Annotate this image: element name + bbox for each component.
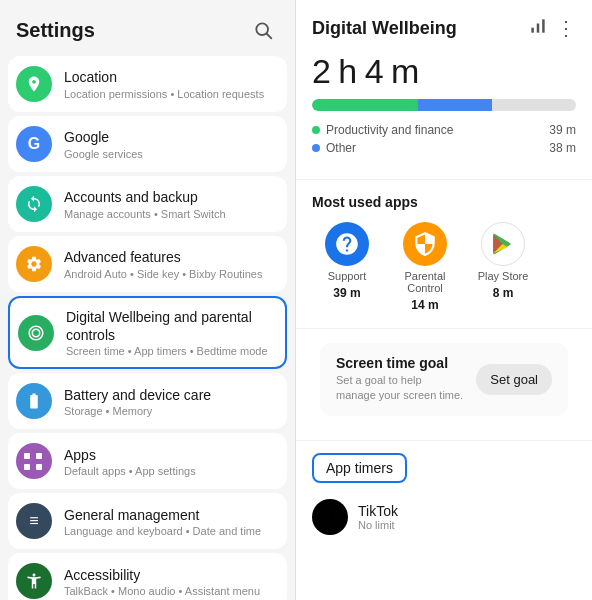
parental-app-icon — [403, 222, 447, 266]
apps-text: Apps Default apps • App settings — [64, 446, 279, 477]
accessibility-icon — [16, 563, 52, 599]
location-icon — [16, 66, 52, 102]
apps-subtitle: Default apps • App settings — [64, 465, 279, 477]
settings-item-battery[interactable]: Battery and device care Storage • Memory — [8, 373, 287, 429]
bar-chart-icon[interactable] — [528, 16, 548, 40]
general-icon: ≡ — [16, 503, 52, 539]
header-actions: ⋮ — [528, 16, 576, 40]
other-label: Other — [326, 141, 356, 155]
svg-rect-4 — [542, 19, 545, 32]
general-subtitle: Language and keyboard • Date and time — [64, 525, 279, 537]
screen-goal-section: Screen time goal Set a goal to help mana… — [320, 343, 568, 416]
playstore-app-icon — [481, 222, 525, 266]
productivity-label: Productivity and finance — [326, 123, 453, 137]
location-title: Location — [64, 68, 279, 86]
accounts-subtitle: Manage accounts • Smart Switch — [64, 208, 279, 220]
set-goal-button[interactable]: Set goal — [476, 364, 552, 395]
settings-item-apps[interactable]: Apps Default apps • App settings — [8, 433, 287, 489]
tiktok-limit: No limit — [358, 519, 398, 531]
support-app-time: 39 m — [333, 286, 360, 300]
digital-wellbeing-title: Digital Wellbeing and parental controls — [66, 308, 277, 344]
support-app-name: Support — [328, 270, 367, 282]
other-dot — [312, 144, 320, 152]
settings-item-google[interactable]: G Google Google services — [8, 116, 287, 172]
playstore-app-name: Play Store — [478, 270, 529, 282]
screen-time-display: 2 h 4 m Productivity and finance 39 m Ot… — [296, 48, 592, 175]
accessibility-text: Accessibility TalkBack • Mono audio • As… — [64, 566, 279, 597]
accessibility-subtitle: TalkBack • Mono audio • Assistant menu — [64, 585, 279, 597]
divider-2 — [296, 328, 592, 329]
right-panel-title: Digital Wellbeing — [312, 18, 457, 39]
location-subtitle: Location permissions • Location requests — [64, 88, 279, 100]
goal-subtitle: Set a goal to help manage your screen ti… — [336, 373, 464, 404]
settings-item-general[interactable]: ≡ General management Language and keyboa… — [8, 493, 287, 549]
screen-time-value: 2 h 4 m — [312, 52, 576, 91]
progress-blue — [418, 99, 492, 111]
legend-item-productivity: Productivity and finance 39 m — [312, 123, 576, 137]
app-item-support[interactable]: Support 39 m — [312, 222, 382, 312]
app-timers-section: App timers ♪ TikTok No limit — [296, 445, 592, 549]
accessibility-title: Accessibility — [64, 566, 279, 584]
digital-wellbeing-subtitle: Screen time • App timers • Bedtime mode — [66, 345, 277, 357]
legend-productivity-left: Productivity and finance — [312, 123, 453, 137]
accounts-text: Accounts and backup Manage accounts • Sm… — [64, 188, 279, 219]
divider-1 — [296, 179, 592, 180]
google-icon: G — [16, 126, 52, 162]
search-button[interactable] — [247, 14, 279, 46]
settings-item-advanced[interactable]: Advanced features Android Auto • Side ke… — [8, 236, 287, 292]
advanced-icon — [16, 246, 52, 282]
svg-line-1 — [267, 34, 272, 39]
general-title: General management — [64, 506, 279, 524]
parental-app-name: Parental Control — [390, 270, 460, 294]
location-text: Location Location permissions • Location… — [64, 68, 279, 99]
advanced-text: Advanced features Android Auto • Side ke… — [64, 248, 279, 279]
google-title: Google — [64, 128, 279, 146]
apps-title: Apps — [64, 446, 279, 464]
productivity-value: 39 m — [549, 123, 576, 137]
app-timers-badge[interactable]: App timers — [312, 453, 407, 483]
general-text: General management Language and keyboard… — [64, 506, 279, 537]
tiktok-name: TikTok — [358, 503, 398, 519]
digital-wellbeing-text: Digital Wellbeing and parental controls … — [66, 308, 277, 357]
playstore-app-time: 8 m — [493, 286, 514, 300]
settings-item-location[interactable]: Location Location permissions • Location… — [8, 56, 287, 112]
tiktok-info: TikTok No limit — [358, 503, 398, 531]
battery-title: Battery and device care — [64, 386, 279, 404]
legend: Productivity and finance 39 m Other 38 m — [312, 123, 576, 163]
advanced-subtitle: Android Auto • Side key • Bixby Routines — [64, 268, 279, 280]
google-text: Google Google services — [64, 128, 279, 159]
settings-item-accessibility[interactable]: Accessibility TalkBack • Mono audio • As… — [8, 553, 287, 600]
most-used-apps: Support 39 m Parental Control 14 m Play … — [296, 218, 592, 324]
settings-item-accounts[interactable]: Accounts and backup Manage accounts • Sm… — [8, 176, 287, 232]
progress-green — [312, 99, 418, 111]
advanced-title: Advanced features — [64, 248, 279, 266]
page-title: Settings — [16, 19, 95, 42]
settings-item-digital-wellbeing[interactable]: Digital Wellbeing and parental controls … — [8, 296, 287, 369]
more-options-icon[interactable]: ⋮ — [556, 18, 576, 38]
goal-title: Screen time goal — [336, 355, 464, 371]
digital-wellbeing-panel: Digital Wellbeing ⋮ 2 h 4 m Productivity… — [295, 0, 592, 600]
screen-goal-wrapper: Screen time goal Set a goal to help mana… — [296, 333, 592, 436]
right-header: Digital Wellbeing ⋮ — [296, 0, 592, 48]
app-item-playstore[interactable]: Play Store 8 m — [468, 222, 538, 312]
progress-bar — [312, 99, 576, 111]
app-item-parental[interactable]: Parental Control 14 m — [390, 222, 460, 312]
support-app-icon — [325, 222, 369, 266]
parental-app-time: 14 m — [411, 298, 438, 312]
tiktok-icon: ♪ — [312, 499, 348, 535]
digital-wellbeing-icon — [18, 315, 54, 351]
svg-rect-3 — [537, 24, 540, 33]
accounts-icon — [16, 186, 52, 222]
productivity-dot — [312, 126, 320, 134]
divider-3 — [296, 440, 592, 441]
battery-subtitle: Storage • Memory — [64, 405, 279, 417]
svg-rect-2 — [531, 28, 534, 33]
settings-left-panel: Settings Location Location permissions •… — [0, 0, 295, 600]
most-used-section-title: Most used apps — [296, 184, 592, 218]
left-header: Settings — [0, 0, 295, 56]
tiktok-timer-item[interactable]: ♪ TikTok No limit — [312, 493, 576, 541]
legend-other-left: Other — [312, 141, 356, 155]
other-value: 38 m — [549, 141, 576, 155]
apps-icon — [16, 443, 52, 479]
google-subtitle: Google services — [64, 148, 279, 160]
